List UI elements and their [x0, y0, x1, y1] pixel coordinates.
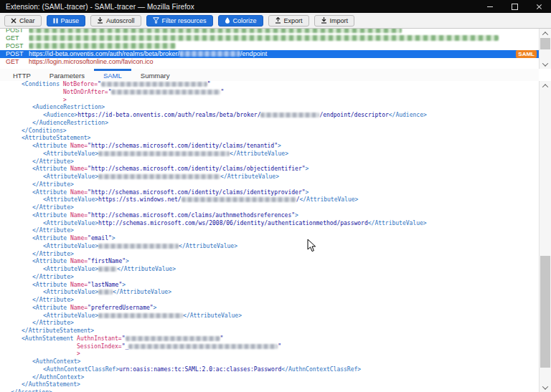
request-list[interactable]: POSTGETPOSTPOSThttps://id-beta.onventis.… — [0, 29, 539, 70]
xml-line: NotOnOrAfter="" — [0, 89, 539, 97]
xml-line: </Attribute> — [0, 297, 539, 305]
tab-summary[interactable]: Summary — [131, 69, 179, 81]
title-bar: Extension: (SAML-tracer) - SAML-tracer —… — [0, 0, 551, 13]
xml-line: </Assertion> — [0, 389, 539, 392]
scroll-down-icon[interactable] — [540, 383, 551, 392]
scroll-down-icon[interactable] — [540, 59, 551, 69]
xml-line: > — [0, 97, 539, 105]
colorize-icon — [225, 17, 230, 24]
xml-token: <Attribute — [32, 305, 70, 311]
xml-line: </Attribute> — [0, 204, 539, 212]
xml-line: </Attribute> — [0, 227, 539, 235]
minimize-button[interactable] — [478, 0, 502, 13]
scrollbar-thumb[interactable] — [540, 38, 550, 49]
xml-token: "firstName" — [88, 258, 126, 264]
xml-token: Name= — [70, 143, 88, 149]
clear-icon — [11, 18, 17, 24]
colorize-button[interactable]: Colorize — [218, 15, 263, 27]
saml-xml: <Conditions NotBefore=""NotOnOrAfter="">… — [0, 81, 539, 392]
scrollbar-thumb[interactable] — [540, 256, 550, 368]
xml-token: </AuthnStatement> — [22, 381, 80, 388]
xml-token: <AttributeValue> — [43, 289, 98, 295]
xml-token: http://schemas.microsoft.com/ws/2008/06/… — [98, 220, 368, 226]
xml-line: <AuthnContextClassRef>urn:oasis:names:tc… — [0, 366, 539, 374]
request-row[interactable]: POST — [0, 42, 539, 50]
pause-icon — [53, 18, 58, 24]
xml-token: </AttributeValue> — [113, 289, 171, 295]
xml-token: Name= — [70, 282, 88, 288]
xml-token: </AudienceRestriction> — [32, 120, 108, 126]
button-label: Pause — [61, 17, 80, 24]
xml-token: "http://schemas.microsoft.com/identity/c… — [88, 143, 278, 149]
xml-token: " — [220, 335, 224, 342]
xml-token: Name= — [70, 189, 88, 196]
xml-token: </AttributeValue> — [179, 243, 237, 249]
xml-line: <AttributeValue></AttributeValue> — [0, 312, 539, 320]
xml-token: </AttributeValue> — [183, 312, 242, 319]
request-method: GET — [0, 34, 29, 42]
request-row[interactable]: POST — [0, 29, 539, 34]
xml-token: </Attribute> — [32, 181, 74, 188]
tab-parameters[interactable]: Parameters — [40, 69, 94, 81]
xml-token: </AuthnContextClassRef> — [281, 366, 361, 373]
window-controls — [478, 0, 551, 13]
autoscroll-button[interactable]: Autoscroll — [90, 15, 141, 27]
request-method: POST — [0, 50, 29, 58]
xml-line: <AttributeValue>http://schemas.microsoft… — [0, 220, 539, 228]
xml-line: <AttributeValue></AttributeValue> — [0, 150, 539, 158]
request-url — [29, 42, 539, 50]
xml-token: "preferredUsername" — [88, 305, 154, 311]
clear-button[interactable]: Clear — [4, 15, 42, 27]
redacted-text — [179, 51, 240, 57]
tab-http[interactable]: HTTP — [4, 69, 40, 81]
xml-token: AuthnInstant= — [77, 335, 122, 342]
content-scrollbar[interactable] — [539, 81, 551, 392]
xml-line: </Attribute> — [0, 251, 539, 259]
close-button[interactable] — [527, 0, 551, 13]
xml-token: </Attribute> — [32, 297, 74, 303]
redacted-text — [98, 290, 113, 295]
xml-line: > — [0, 350, 539, 358]
xml-token: <AttributeValue> — [43, 266, 98, 272]
pause-button[interactable]: Pause — [47, 15, 86, 27]
request-method: POST — [0, 29, 29, 34]
button-label: Clear — [19, 17, 35, 24]
xml-token: </AttributeValue> — [220, 173, 279, 180]
request-row[interactable]: POSThttps://id-beta.onventis.com/auth/re… — [0, 50, 539, 58]
request-method: GET — [0, 58, 29, 66]
xml-line: </Attribute> — [0, 181, 539, 189]
xml-token: </Attribute> — [32, 158, 74, 165]
xml-token: "http://schemas.microsoft.com/identity/c… — [88, 189, 305, 196]
export-button[interactable]: Export — [268, 15, 309, 27]
xml-token: <Conditions — [22, 81, 63, 87]
xml-token: <AuthnStatement — [22, 335, 77, 342]
xml-token: <AttributeValue> — [43, 173, 98, 180]
button-label: Export — [284, 17, 303, 24]
xml-line: <Attribute Name="http://schemas.microsof… — [0, 166, 539, 173]
request-list-scrollbar[interactable] — [539, 29, 551, 69]
xml-token: > — [122, 282, 126, 288]
filter-resources-button[interactable]: Filter resources — [146, 15, 213, 27]
scroll-up-icon[interactable] — [540, 29, 551, 38]
maximize-button[interactable] — [502, 0, 527, 13]
import-button[interactable]: Import — [314, 15, 355, 27]
button-label: Colorize — [233, 17, 257, 24]
tab-saml[interactable]: SAML — [94, 69, 131, 81]
redacted-text — [98, 267, 117, 272]
redacted-text — [182, 197, 296, 202]
redacted-text — [260, 113, 319, 118]
xml-token: > — [278, 143, 281, 149]
request-row[interactable]: GEThttps://login.microsoftonline.com/fav… — [0, 58, 539, 66]
xml-line: <AttributeValue>https://sts.windows.net/… — [0, 196, 539, 204]
xml-token: </Attribute> — [32, 204, 74, 211]
saml-tracer-window: Extension: (SAML-tracer) - SAML-tracer —… — [0, 0, 551, 392]
close-icon — [536, 4, 542, 10]
redacted-text — [29, 29, 402, 33]
xml-token: Name= — [70, 235, 88, 242]
xml-token: <Attribute — [32, 166, 70, 172]
xml-token: </Attribute> — [32, 274, 74, 280]
xml-line: <Audience>https://id-beta.onventis.com/a… — [0, 112, 539, 120]
request-row[interactable]: GET — [0, 34, 539, 42]
scroll-up-icon[interactable] — [540, 81, 551, 90]
xml-token: </Conditions> — [22, 128, 67, 134]
